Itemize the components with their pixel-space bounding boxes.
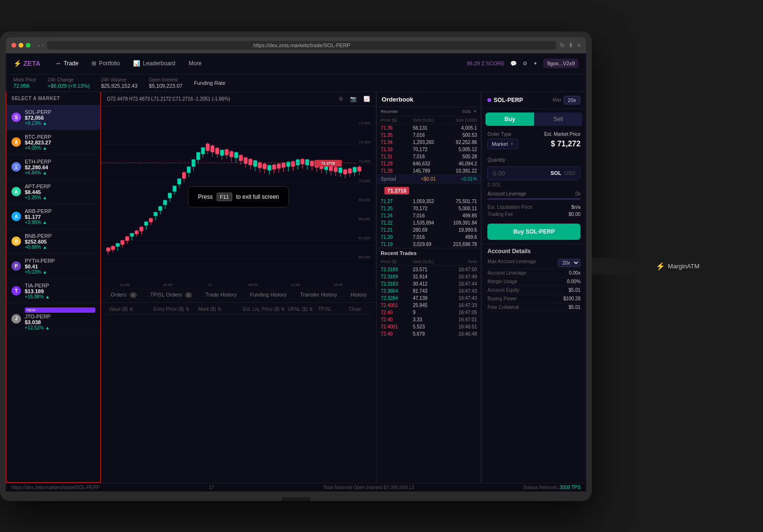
leverage-slider-track[interactable] — [487, 198, 580, 200]
trade-row-8: 72.40 3.33 16:47:01 — [377, 316, 481, 323]
svg-text:14: 14 — [208, 282, 212, 286]
svg-rect-42 — [163, 200, 167, 205]
tab-tpsl-orders[interactable]: TP/SL Orders 0 — [144, 288, 198, 302]
chart-main[interactable]: 73,000 72,000 71,000 70,000 69,000 68,00… — [101, 106, 376, 288]
ask-row-4[interactable]: 71.33 70,172 5,005.12 — [377, 146, 481, 153]
chart-screenshot-icon[interactable]: 📷 — [350, 96, 357, 102]
market-item-arb[interactable]: A ARB-PERP $1.177 +3.95% ▲ — [7, 205, 100, 229]
svg-rect-116 — [339, 167, 342, 173]
ask-row-2[interactable]: 71.35 7,016 500.53 — [377, 132, 481, 139]
bid-row-4[interactable]: 71.22 1,535,894 109,391.84 — [377, 219, 481, 226]
market-item-jto[interactable]: J NEW JTO-PERP $3.038 +12.51% ▲ — [7, 304, 100, 335]
nav-more[interactable]: More — [183, 57, 207, 70]
precision-dropdown-icon[interactable]: ▼ — [473, 109, 477, 114]
trade-history-label: Trade History — [206, 292, 237, 297]
user-menu[interactable]: 9gox...V2x9 — [543, 59, 578, 68]
chart-indicators-icon[interactable]: 📈 — [363, 96, 370, 102]
forward-btn[interactable]: › — [42, 42, 44, 48]
bid-row-6[interactable]: 71.20 7,016 499.6 — [377, 234, 481, 241]
buy-tab[interactable]: Buy — [485, 113, 534, 126]
svg-rect-66 — [220, 150, 224, 155]
nav-trade[interactable]: ↔ Trade — [50, 57, 84, 70]
tab-funding-history[interactable]: Funding History — [244, 288, 292, 302]
apt-change: +1.26% ▲ — [25, 195, 95, 200]
sell-tab[interactable]: Sell — [534, 113, 583, 126]
nav-leaderboard[interactable]: 📊 Leaderboard — [127, 57, 181, 70]
orders-area: Value ($) ⇅ Entry Price ($) ⇅ Mark ($) ⇅… — [101, 303, 376, 482]
est-market-price: $ 71,272 — [551, 140, 580, 148]
ask-row-5[interactable]: 71.31 7,016 500.28 — [377, 153, 481, 160]
nav-portfolio[interactable]: ⊞ Portfolio — [86, 57, 125, 70]
svg-rect-56 — [196, 152, 200, 160]
ob-col-headers: Price ($) Size (SOL) Size (USD) — [377, 116, 481, 124]
current-price: 71.2716 — [384, 187, 409, 194]
buy-button[interactable]: Buy SOL-PERP — [487, 224, 580, 240]
precision-select[interactable]: 0.01 — [463, 109, 471, 114]
order-type-value-row: Market ▼ $ 71,272 — [487, 139, 580, 149]
svg-rect-68 — [225, 149, 228, 155]
nav-right: 96.29 Z SCORE 💬 ⚙ ✦ 9gox...V2x9 — [467, 59, 579, 68]
market-item-eth[interactable]: Ξ ETH-PERP $2,280.64 +4.84% ▲ — [7, 155, 100, 180]
free-collateral-label: Free Collateral — [487, 305, 519, 310]
ask-row-6[interactable]: 71.29 646,633 46,094.2 — [377, 160, 481, 167]
max-leverage-select[interactable]: 20x 10x 5x — [558, 259, 580, 267]
market-header: SELECT A MARKET — [7, 92, 100, 105]
marginatm-bar: ⚡ MarginATM — [592, 258, 763, 275]
tab-orders[interactable]: Orders 0 — [105, 288, 143, 302]
market-item-sol[interactable]: S SOL-PERP $72,056 +9.13% ▲ — [7, 105, 100, 130]
tab-trade-history[interactable]: Trade History — [200, 288, 243, 302]
bid-row-3[interactable]: 71.24 7,016 499.85 — [377, 212, 481, 219]
nav-left: ⚡ ZETA ↔ Trade ⊞ Portfolio 📊 Leaderboard — [13, 57, 207, 70]
trade-row-9: 72.4001 5.523 16:46:51 — [377, 323, 481, 330]
discord-icon[interactable]: 💬 — [510, 61, 517, 67]
close-window-btn[interactable] — [11, 43, 16, 48]
svg-rect-24 — [121, 240, 124, 245]
chart-settings-icon[interactable]: ⚙ — [339, 96, 343, 102]
eth-coin-icon: Ξ — [11, 162, 21, 172]
ask-row-3[interactable]: 71.34 1,293,265 92,252.86 — [377, 139, 481, 146]
settings-icon[interactable]: ⚙ — [523, 61, 527, 67]
ticker-change: 24h Change +$6,029 (+9.13%) — [48, 77, 90, 89]
quantity-input[interactable]: 0.00 SOL USD — [487, 166, 580, 180]
bid-row-1[interactable]: 71.27 1,059,352 75,501.71 — [377, 198, 481, 205]
menu-icon[interactable]: ≡ — [577, 42, 580, 49]
bid-row-7[interactable]: 71.19 3,029.69 215,698.78 — [377, 241, 481, 248]
margin-usage-row: Margin Usage 0.00% — [487, 277, 580, 286]
bid-row-2[interactable]: 71.25 70,172 5,000.11 — [377, 205, 481, 212]
market-item-bnb[interactable]: B BNB-PERP $252.605 +0.88% ▲ — [7, 229, 100, 254]
sol-coin-icon: S — [11, 113, 21, 122]
marginatm-label: MarginATM — [668, 263, 700, 270]
back-btn[interactable]: ‹ — [38, 42, 40, 48]
minimize-window-btn[interactable] — [19, 43, 23, 48]
notifications-icon[interactable]: ✦ — [533, 61, 537, 67]
order-type-select[interactable]: Market ▼ — [487, 139, 518, 149]
market-item-tia[interactable]: T TIA-PERP $13.189 +15.88% ▲ — [7, 279, 100, 304]
market-item-pyth[interactable]: P PYTH-PERP $0.41 +5.03% ▲ — [7, 254, 100, 279]
reload-icon[interactable]: ↻ — [560, 42, 565, 49]
tab-history[interactable]: History — [345, 288, 372, 302]
rt-size-header: Size (SOL) — [413, 259, 445, 264]
bid-row-5[interactable]: 71.21 280.69 19,990.6 — [377, 226, 481, 234]
svg-rect-74 — [239, 155, 243, 161]
qty-sol[interactable]: SOL — [550, 170, 561, 176]
market-item-btc[interactable]: ₿ BTC-PERP $42,823.27 +4.05% ▲ — [7, 130, 100, 155]
ask-row-7[interactable]: 71.28 145,789 10,391.22 — [377, 167, 481, 174]
leverage-btn[interactable]: 20x — [564, 96, 581, 104]
market-item-apt[interactable]: A APT-PERP $8.445 +1.26% ▲ — [7, 180, 100, 205]
qty-usd[interactable]: USD — [564, 170, 575, 176]
svg-text:73,000: 73,000 — [359, 121, 371, 125]
col-value: Value ($) ⇅ — [109, 307, 152, 312]
svg-rect-28 — [130, 233, 134, 236]
tab-transfer-history[interactable]: Transfer History — [294, 288, 343, 302]
sol-market-name: SOL-PERP — [25, 109, 95, 115]
logo[interactable]: ⚡ ZETA — [13, 60, 41, 67]
spread-pct: <0.01% — [461, 176, 477, 182]
tp-market-name: SOL-PERP — [487, 97, 523, 103]
address-bar[interactable]: https://dex.zeta.markets/trade/SOL-PERP — [47, 41, 556, 50]
est-market-label: Est. Market Price — [544, 132, 580, 137]
recenter-btn[interactable]: Recenter — [381, 109, 398, 114]
svg-text:68,000: 68,000 — [359, 216, 371, 221]
maximize-window-btn[interactable] — [26, 43, 31, 48]
status-url: https://dex.zeta.markets/trade/SOL-PERP — [11, 485, 100, 490]
ask-row-1[interactable]: 71.36 56,131 4,005.1 — [377, 124, 481, 132]
